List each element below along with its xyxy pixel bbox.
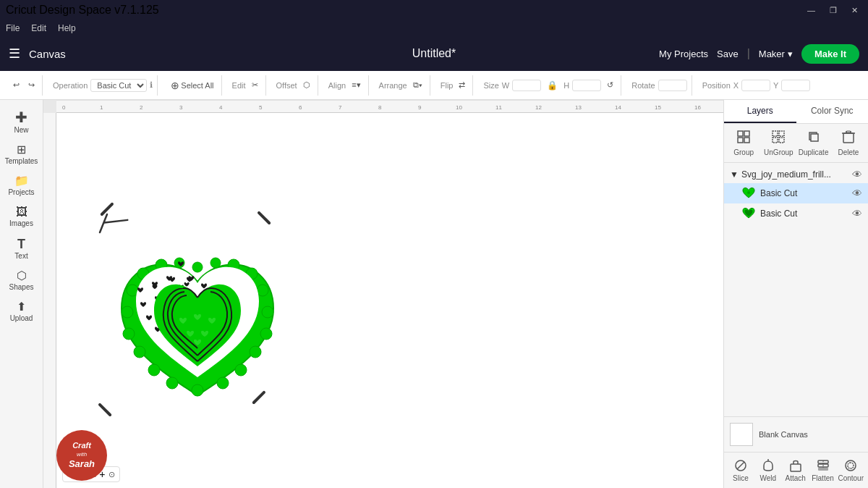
align-label: Align — [328, 81, 346, 90]
svg-point-29 — [122, 306, 133, 318]
maker-button[interactable]: Maker ▾ — [759, 49, 793, 59]
svg-text:5: 5 — [259, 104, 263, 111]
sidebar-item-upload[interactable]: ⬆ Upload — [2, 297, 41, 327]
edit-button[interactable]: ✂ — [249, 79, 261, 91]
layer2-name: Basic Cut — [760, 209, 797, 219]
restore-button[interactable]: ❐ — [825, 4, 841, 17]
duplicate-button[interactable]: Duplicate — [797, 127, 830, 159]
toolbar: ↩ ↪ Operation Basic Cut ℹ ⊕ Select All E… — [0, 71, 868, 100]
rotate-input[interactable] — [658, 80, 687, 91]
minimize-button[interactable]: — — [803, 4, 820, 17]
sidebar-item-new[interactable]: ✚ New — [2, 106, 41, 138]
ungroup-button[interactable]: UnGroup — [762, 127, 795, 159]
layer-item-2[interactable]: Basic Cut 👁 — [724, 203, 868, 224]
layers-list: ▼ Svg_joy_medium_frill... 👁 Basic Cut 👁 — [724, 163, 868, 416]
contour-button[interactable]: Contour — [836, 455, 865, 485]
svg-text:2: 2 — [140, 104, 143, 111]
sidebar-item-text[interactable]: T Text — [2, 233, 41, 264]
my-projects-button[interactable]: My Projects — [659, 49, 708, 59]
hamburger-icon[interactable]: ☰ — [9, 46, 20, 62]
blank-canvas-section: Blank Canvas — [724, 416, 868, 452]
titlebar: Cricut Design Space v7.1.125 — ❐ ✕ — [0, 0, 868, 20]
duplicate-icon — [807, 130, 821, 147]
tab-layers[interactable]: Layers — [724, 100, 796, 123]
save-button[interactable]: Save — [717, 49, 739, 59]
height-input[interactable] — [572, 80, 601, 91]
layer1-name: Basic Cut — [760, 188, 797, 198]
layer-group-name: Svg_joy_medium_frill... — [741, 169, 849, 180]
svg-rect-53 — [779, 131, 784, 136]
contour-icon — [843, 458, 858, 473]
position-label: Position — [702, 81, 731, 90]
svg-rect-51 — [744, 138, 749, 143]
svg-point-35 — [217, 377, 229, 389]
document-title: Untitled* — [412, 47, 456, 60]
tab-color-sync[interactable]: Color Sync — [796, 100, 869, 123]
layer-item-1[interactable]: Basic Cut 👁 — [724, 183, 868, 203]
offset-button[interactable]: ⬡ — [300, 79, 313, 91]
layer1-heart-icon — [741, 186, 756, 201]
slice-button[interactable]: Slice — [727, 455, 754, 485]
make-it-button[interactable]: Make It — [801, 44, 859, 64]
x-input[interactable] — [741, 80, 770, 91]
align-button[interactable]: ≡▾ — [349, 79, 363, 91]
redo-button[interactable]: ↪ — [25, 79, 38, 91]
width-input[interactable] — [512, 80, 541, 91]
layer-group-header[interactable]: ▼ Svg_joy_medium_frill... 👁 — [724, 166, 868, 183]
delete-button[interactable]: Delete — [832, 127, 865, 159]
layer-group-visibility[interactable]: 👁 — [852, 169, 862, 180]
svg-point-40 — [257, 285, 268, 296]
svg-point-31 — [134, 346, 145, 358]
text-icon: T — [17, 237, 25, 251]
images-icon: 🖼 — [16, 206, 27, 218]
menu-file[interactable]: File — [6, 23, 20, 33]
menu-edit[interactable]: Edit — [31, 23, 46, 33]
flip-button[interactable]: ⇄ — [456, 79, 468, 91]
weld-button[interactable]: Weld — [754, 455, 782, 485]
right-panel: Layers Color Sync Group — [723, 100, 868, 488]
sidebar-shapes-label: Shapes — [9, 283, 34, 291]
svg-text:15: 15 — [655, 104, 661, 111]
svg-rect-62 — [846, 131, 851, 132]
rotate-reset-icon[interactable]: ↺ — [604, 79, 616, 91]
arrange-button[interactable]: ⧉▾ — [410, 79, 425, 91]
svg-text:14: 14 — [615, 104, 621, 111]
templates-icon: ⊞ — [17, 144, 26, 156]
canvas-area[interactable]: 0 1 2 3 4 5 6 7 8 9 10 11 12 13 14 15 16 — [43, 100, 723, 488]
group-button[interactable]: Group — [727, 127, 760, 159]
watermark-with: with — [77, 451, 87, 458]
y-input[interactable] — [781, 80, 810, 91]
sidebar-item-images[interactable]: 🖼 Images — [2, 202, 41, 232]
edit-label: Edit — [232, 81, 246, 90]
sidebar-item-templates[interactable]: ⊞ Templates — [2, 140, 41, 169]
svg-text:3: 3 — [179, 104, 183, 111]
attach-button[interactable]: Attach — [782, 455, 809, 485]
svg-point-43 — [210, 258, 221, 268]
flip-label: Flip — [441, 81, 454, 90]
svg-rect-57 — [811, 134, 818, 141]
svg-rect-52 — [773, 131, 778, 136]
sidebar-projects-label: Projects — [8, 188, 34, 196]
sidebar-upload-label: Upload — [10, 314, 33, 322]
layer2-visibility-icon[interactable]: 👁 — [852, 208, 862, 219]
undo-button[interactable]: ↩ — [10, 79, 22, 91]
design-canvas[interactable]: Craft with Sarah − 100% + ⊙ — [56, 113, 723, 488]
arrange-label: Arrange — [379, 81, 407, 90]
blank-canvas-label: Blank Canvas — [759, 430, 808, 439]
operation-select[interactable]: Basic Cut — [90, 79, 147, 92]
flatten-button[interactable]: Flatten — [809, 455, 837, 485]
close-button[interactable]: ✕ — [847, 4, 862, 17]
sidebar-item-projects[interactable]: 📁 Projects — [2, 171, 41, 201]
layer1-visibility-icon[interactable]: 👁 — [852, 188, 862, 199]
svg-point-32 — [148, 364, 160, 376]
sidebar-item-shapes[interactable]: ⬡ Shapes — [2, 266, 41, 295]
select-all-button[interactable]: ⊕ Select All — [168, 78, 216, 93]
svg-line-65 — [737, 462, 744, 469]
lock-icon[interactable]: 🔒 — [544, 79, 561, 92]
watermark: Craft with Sarah — [56, 430, 114, 488]
svg-text:10: 10 — [456, 104, 462, 111]
offset-label: Offset — [276, 81, 297, 90]
svg-text:12: 12 — [535, 104, 542, 111]
menu-help[interactable]: Help — [58, 23, 76, 33]
w-label: W — [502, 81, 509, 90]
